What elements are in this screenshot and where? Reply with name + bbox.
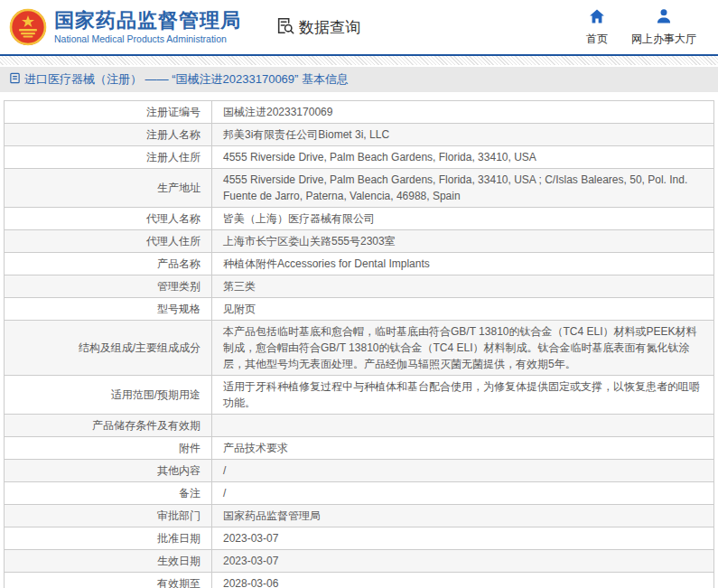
row-label: 注册人住所 [5, 146, 212, 168]
row-label-text: 适用范围/预期用途 [111, 387, 200, 403]
document-icon [9, 72, 24, 87]
data-query-entry[interactable]: 数据查询 [275, 15, 360, 39]
row-label: 有效期至 [5, 573, 212, 588]
breadcrumb-bar: 进口医疗器械（注册） —— “国械注进20233170069” 基本信息 [0, 67, 718, 92]
row-label-text: 代理人住所 [146, 233, 200, 249]
table-row: 生效日期2023-03-07 [5, 550, 713, 573]
row-label-text: 批准日期 [157, 530, 200, 546]
row-value: 第三类 [212, 275, 713, 297]
row-label: 型号规格 [5, 298, 212, 320]
hatched-strip [0, 56, 718, 65]
row-value-text: 见附页 [223, 301, 256, 317]
row-label: 审批部门 [5, 505, 212, 527]
row-value: / [212, 460, 713, 481]
data-query-icon [275, 15, 295, 39]
row-value-text: 2023-03-07 [223, 553, 278, 569]
row-value: 2023-03-07 [212, 550, 713, 572]
site-subtitle: National Medical Products Administration [54, 33, 241, 44]
row-value-text: 国械注进20233170069 [223, 104, 332, 120]
table-row: 型号规格见附页 [5, 298, 713, 321]
row-value-text: 4555 Riverside Drive, Palm Beach Gardens… [223, 149, 536, 165]
row-label-text: 代理人名称 [146, 210, 200, 227]
row-value: 2023-03-07 [212, 527, 713, 549]
table-row: 附件产品技术要求 [5, 437, 713, 460]
row-value-text: 邦美3i有限责任公司Biomet 3i, LLC [223, 126, 389, 143]
row-label: 管理类别 [5, 275, 212, 297]
row-label: 备注 [5, 482, 212, 504]
nav-item-label: 网上办事大厅 [631, 32, 696, 47]
row-label-text: 生产地址 [157, 180, 200, 196]
row-label: 代理人名称 [5, 208, 212, 229]
row-label-text: 审批部门 [157, 508, 200, 524]
breadcrumb-text: 进口医疗器械（注册） —— “国械注进20233170069” 基本信息 [24, 71, 349, 88]
row-label: 产品储存条件及有效期 [5, 415, 212, 436]
site-title: 国家药品监督管理局 [54, 10, 241, 32]
row-value: 4555 Riverside Drive, Palm Beach Gardens… [212, 146, 713, 168]
table-row: 有效期至2028-03-06 [5, 573, 713, 588]
table-row: 生产地址4555 Riverside Drive, Palm Beach Gar… [5, 169, 713, 208]
table-row: 注册证编号国械注进20233170069 [5, 101, 713, 124]
info-table: 注册证编号国械注进20233170069注册人名称邦美3i有限责任公司Biome… [4, 100, 714, 588]
table-row: 适用范围/预期用途适用于牙科种植修复过程中与种植体和基台配合使用，为修复体提供固… [5, 376, 713, 415]
row-value: 见附页 [212, 298, 713, 320]
table-row: 产品储存条件及有效期 [5, 415, 713, 437]
row-value [212, 415, 713, 436]
row-label: 生产地址 [5, 169, 212, 207]
nav-item-service-hall[interactable]: 网上办事大厅 [631, 7, 696, 47]
row-value-text: / [223, 485, 226, 501]
table-row: 其他内容/ [5, 460, 713, 482]
row-value-text: 种植体附件Accessories for Dental Implants [223, 256, 430, 272]
row-value: 上海市长宁区娄山关路555号2303室 [212, 230, 713, 252]
row-value-text: 4555 Riverside Drive, Palm Beach Gardens… [223, 172, 703, 204]
home-icon [588, 7, 606, 29]
row-value-text: 第三类 [223, 278, 256, 294]
header: 国家药品监督管理局 National Medical Products Admi… [0, 0, 718, 54]
table-row: 审批部门国家药品监督管理局 [5, 505, 713, 527]
row-value-text: 皆美（上海）医疗器械有限公司 [223, 210, 375, 227]
breadcrumb: 进口医疗器械（注册） —— “国械注进20233170069” 基本信息 [9, 71, 349, 88]
row-value: 种植体附件Accessories for Dental Implants [212, 253, 713, 275]
row-label: 其他内容 [5, 460, 212, 481]
row-value: 4555 Riverside Drive, Palm Beach Gardens… [212, 169, 713, 207]
row-label: 适用范围/预期用途 [5, 376, 212, 414]
row-label: 注册人名称 [5, 124, 212, 145]
row-value-text: 适用于牙科种植修复过程中与种植体和基台配合使用，为修复体提供固定或支撑，以恢复患… [223, 378, 703, 411]
row-label-text: 产品储存条件及有效期 [92, 417, 200, 434]
row-value: 2028-03-06 [212, 573, 713, 588]
row-value-text: 2023-03-07 [223, 530, 278, 546]
row-value: 皆美（上海）医疗器械有限公司 [212, 208, 713, 229]
row-value: 邦美3i有限责任公司Biomet 3i, LLC [212, 124, 713, 145]
row-label-text: 备注 [179, 485, 200, 501]
row-label-text: 注册人名称 [146, 126, 200, 143]
row-value-text: 国家药品监督管理局 [223, 508, 321, 524]
row-label-text: 注册人住所 [146, 149, 200, 165]
row-value: 本产品包括临时基底和愈合帽，临时基底由符合GB/T 13810的钛合金（TC4 … [212, 321, 713, 375]
row-value: 适用于牙科种植修复过程中与种植体和基台配合使用，为修复体提供固定或支撑，以恢复患… [212, 376, 713, 414]
data-query-label: 数据查询 [299, 17, 360, 38]
row-label: 产品名称 [5, 253, 212, 275]
national-emblem-logo [9, 8, 47, 46]
row-value-text: 上海市长宁区娄山关路555号2303室 [223, 233, 396, 249]
row-label: 批准日期 [5, 527, 212, 549]
table-row: 管理类别第三类 [5, 275, 713, 298]
nav-item-label: 首页 [586, 32, 608, 47]
person-icon [655, 7, 673, 29]
row-label-text: 其他内容 [157, 462, 200, 479]
row-label: 代理人住所 [5, 230, 212, 252]
row-label-text: 产品名称 [157, 256, 200, 272]
row-value: 国械注进20233170069 [212, 101, 713, 123]
row-label-text: 型号规格 [157, 301, 200, 317]
nav-item-home[interactable]: 首页 [586, 7, 608, 47]
row-label-text: 有效期至 [157, 575, 200, 588]
table-row: 代理人名称皆美（上海）医疗器械有限公司 [5, 208, 713, 230]
row-label: 注册证编号 [5, 101, 212, 123]
row-label-text: 注册证编号 [146, 104, 200, 120]
table-row: 产品名称种植体附件Accessories for Dental Implants [5, 253, 713, 275]
row-label: 附件 [5, 437, 212, 459]
row-value-text: 2028-03-06 [223, 575, 278, 588]
row-label: 生效日期 [5, 550, 212, 572]
table-row: 代理人住所上海市长宁区娄山关路555号2303室 [5, 230, 713, 253]
row-value: 产品技术要求 [212, 437, 713, 459]
row-label-text: 附件 [179, 440, 200, 456]
row-label: 结构及组成/主要组成成分 [5, 321, 212, 375]
